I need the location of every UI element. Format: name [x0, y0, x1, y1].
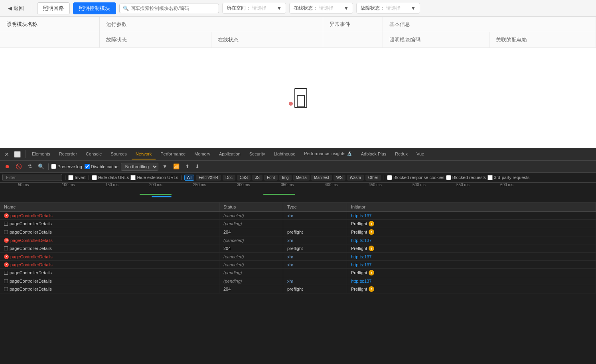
type-other-btn[interactable]: Other	[365, 175, 381, 181]
online-filter[interactable]: 在线状态： 请选择 ▼	[289, 3, 353, 14]
load-circle	[289, 102, 293, 106]
tab-security[interactable]: Security	[245, 149, 269, 159]
hide-ext-urls-input[interactable]	[130, 175, 136, 180]
space-filter[interactable]: 所在空间： 请选择 ▼	[222, 3, 286, 14]
row9-initiator[interactable]: http.ts:137	[347, 277, 596, 285]
type-wasm-btn[interactable]: Wasm	[347, 175, 364, 181]
timeline: 50 ms 100 ms 150 ms 200 ms 250 ms 300 ms…	[0, 183, 596, 203]
table-row[interactable]: ✕ pageControllerDetails (canceled) xhr h…	[0, 212, 596, 220]
row7-initiator[interactable]: http.ts:137	[347, 261, 596, 268]
timeline-labels: 50 ms 100 ms 150 ms 200 ms 250 ms 300 ms…	[0, 183, 596, 190]
preserve-log-checkbox[interactable]: Preserve log	[51, 164, 82, 169]
tab-application[interactable]: Application	[215, 149, 245, 159]
table-row[interactable]: ✕ pageControllerDetails (canceled) xhr h…	[0, 253, 596, 261]
hide-ext-urls-checkbox[interactable]: Hide extension URLs	[130, 175, 178, 180]
tab-memory[interactable]: Memory	[190, 149, 214, 159]
blocked-requests-input[interactable]	[446, 175, 451, 180]
invert-input[interactable]	[68, 175, 73, 180]
tab-network[interactable]: Network	[132, 149, 156, 159]
tab-redux[interactable]: Redux	[391, 149, 412, 159]
blocked-requests-checkbox[interactable]: Blocked requests	[446, 175, 486, 180]
tl-250: 250 ms	[193, 183, 206, 187]
row10-type: preflight	[283, 285, 347, 293]
row1-initiator[interactable]: http.ts:137	[347, 212, 596, 219]
search-input[interactable]	[130, 6, 215, 11]
row6-status: (canceled)	[219, 253, 283, 260]
row7-status: (canceled)	[219, 261, 283, 268]
type-css-btn[interactable]: CSS	[237, 175, 251, 181]
tab-vue[interactable]: Vue	[412, 149, 428, 159]
preflight-icon: !	[369, 229, 374, 235]
type-img-btn[interactable]: Img	[279, 175, 292, 181]
tab-console[interactable]: Console	[82, 149, 106, 159]
wifi-btn[interactable]: 📶	[172, 163, 181, 170]
devtools-icon-btn1[interactable]: ✕	[2, 150, 11, 159]
tab-recorder[interactable]: Recorder	[55, 149, 81, 159]
upload-btn[interactable]: ⬆	[184, 163, 191, 170]
toolbar-divider1	[48, 163, 49, 170]
tab-elements[interactable]: Elements	[28, 149, 54, 159]
disable-cache-checkbox[interactable]: Disable cache	[85, 164, 118, 169]
disable-cache-input[interactable]	[85, 164, 90, 169]
throttle-arrow[interactable]: ▼	[161, 163, 169, 170]
blocked-cookies-checkbox[interactable]: Blocked response cookies	[387, 175, 444, 180]
type-js-btn[interactable]: JS	[252, 175, 262, 181]
network-table[interactable]: Name Status Type Initiator ✕ pageControl…	[0, 203, 596, 364]
blocked-cookies-input[interactable]	[387, 175, 392, 180]
tl-450: 450 ms	[369, 183, 382, 187]
row4-initiator[interactable]: http.ts:137	[347, 236, 596, 244]
table-row[interactable]: pageControllerDetails 204 preflight Pref…	[0, 285, 596, 293]
type-manifest-btn[interactable]: Manifest	[311, 175, 332, 181]
invert-checkbox[interactable]: Invert	[68, 175, 86, 180]
back-label: 返回	[14, 5, 24, 12]
clear-btn[interactable]: 🚫	[14, 163, 24, 170]
fault-filter-arrow: ▼	[411, 6, 416, 11]
third-party-checkbox[interactable]: 3rd-party requests	[487, 175, 529, 180]
tab-sources[interactable]: Sources	[107, 149, 130, 159]
search-btn[interactable]: 🔍	[36, 163, 46, 170]
download-btn[interactable]: ⬇	[193, 163, 201, 170]
preserve-log-input[interactable]	[51, 164, 56, 169]
type-media-btn[interactable]: Media	[293, 175, 310, 181]
nth-initiator: Initiator	[347, 203, 596, 211]
hide-data-urls-checkbox[interactable]: Hide data URLs	[92, 175, 129, 180]
third-party-input[interactable]	[487, 175, 493, 180]
tab-lighting-control[interactable]: 照明控制模块	[73, 2, 116, 14]
type-font-btn[interactable]: Font	[264, 175, 278, 181]
row10-initiator: Preflight !	[347, 285, 596, 293]
type-fetch-btn[interactable]: Fetch/XHR	[196, 175, 221, 181]
type-doc-btn[interactable]: Doc	[223, 175, 235, 181]
tab-perf-insights[interactable]: Performance insights 🔬	[300, 149, 356, 159]
filter-icon-btn[interactable]: ⚗	[26, 163, 34, 170]
type-ws-btn[interactable]: WS	[334, 175, 345, 181]
table-row[interactable]: ✕ pageControllerDetails (canceled) xhr h…	[0, 261, 596, 269]
tab-lighthouse[interactable]: Lighthouse	[270, 149, 299, 159]
table-row[interactable]: pageControllerDetails 204 preflight Pref…	[0, 244, 596, 253]
table-row[interactable]: pageControllerDetails (pending) Prefligh…	[0, 220, 596, 228]
fault-filter[interactable]: 故障状态： 请选择 ▼	[356, 3, 420, 14]
divider	[32, 4, 32, 12]
tab-adblock[interactable]: Adblock Plus	[357, 149, 391, 159]
record-btn[interactable]: ⏺	[3, 163, 12, 170]
devtools-icon-btn2[interactable]: ⬜	[12, 150, 23, 159]
table-row[interactable]: pageControllerDetails (pending) xhr http…	[0, 277, 596, 285]
table-row[interactable]: pageControllerDetails (pending) Prefligh…	[0, 269, 596, 277]
throttle-select[interactable]: No throttling	[121, 163, 158, 171]
table-row[interactable]: ✕ pageControllerDetails (canceled) xhr h…	[0, 236, 596, 244]
hide-data-urls-input[interactable]	[92, 175, 97, 180]
sq-icon	[4, 287, 8, 291]
col-module-code: 照明模块编码	[383, 32, 489, 47]
basic-info-sub: 照明模块编码 关联的配电箱	[383, 32, 596, 47]
sq-icon	[4, 279, 8, 283]
row6-initiator[interactable]: http.ts:137	[347, 253, 596, 260]
row9-type: xhr	[283, 277, 347, 285]
row3-name: pageControllerDetails	[0, 228, 219, 236]
row4-status: (canceled)	[219, 236, 283, 244]
table-row[interactable]: pageControllerDetails 204 preflight Pref…	[0, 228, 596, 236]
type-all-btn[interactable]: All	[184, 175, 194, 181]
back-button[interactable]: ◀ 返回	[5, 3, 27, 14]
col-distribution-box: 关联的配电箱	[489, 32, 596, 47]
filter-input[interactable]	[2, 174, 62, 181]
tab-performance[interactable]: Performance	[156, 149, 189, 159]
tab-lighting-circuit[interactable]: 照明回路	[37, 2, 70, 14]
